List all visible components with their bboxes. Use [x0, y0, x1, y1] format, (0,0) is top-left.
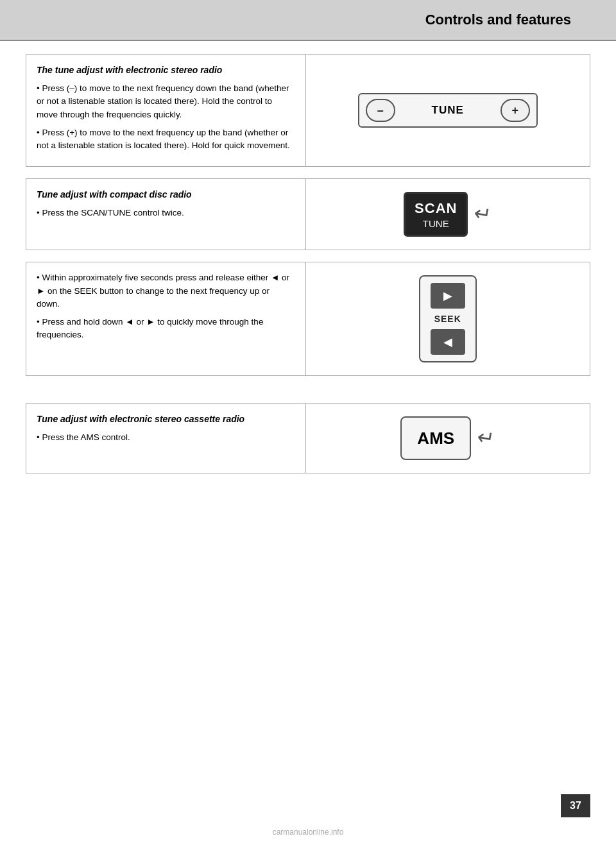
section-tune-cd: Tune adjust with compact disc radio Pres… [26, 178, 590, 250]
section-gap [26, 387, 590, 403]
tune-bullet-1: Press (–) to move to the next frequency … [37, 82, 295, 121]
section-tune-electronic: The tune adjust with electronic stereo r… [26, 54, 590, 167]
section-seek-text: Within approximately five seconds press … [26, 262, 306, 375]
tune-control-illustration: – TUNE + [358, 93, 538, 128]
section-tune-cd-title: Tune adjust with compact disc radio [37, 188, 295, 201]
page-number: 37 [561, 794, 590, 817]
tune-plus-button[interactable]: + [501, 99, 530, 122]
tune-cd-bullet-1: Press the SCAN/TUNE control twice. [37, 207, 295, 219]
tune-sub-label: TUNE [423, 218, 449, 229]
seek-bullet-1: Within approximately five seconds press … [37, 271, 295, 311]
seek-illustration: ▶ SEEK ◀ [419, 275, 477, 362]
ams-button-illustration[interactable]: AMS [400, 416, 471, 460]
seek-back-button[interactable]: ◀ [431, 329, 465, 355]
ams-curved-arrow-icon: ↵ [475, 425, 497, 452]
section-seek-image: ▶ SEEK ◀ [306, 262, 590, 375]
page-header: Controls and features [0, 0, 616, 41]
scan-tune-wrapper: SCAN TUNE ↵ [404, 192, 492, 237]
tune-minus-button[interactable]: – [366, 99, 395, 122]
scan-label: SCAN [415, 200, 457, 217]
section-cassette-title: Tune adjust with electronic stereo casse… [37, 413, 295, 426]
page-content: The tune adjust with electronic stereo r… [0, 41, 616, 498]
section-tune-electronic-image: – TUNE + [306, 55, 590, 166]
page-title: Controls and features [103, 12, 597, 28]
section-cassette-text: Tune adjust with electronic stereo casse… [26, 404, 306, 473]
page-wrapper: Controls and features The tune adjust wi… [0, 0, 616, 843]
tune-bullet-2: Press (+) to move to the next frequency … [37, 126, 295, 153]
section-tune-electronic-title: The tune adjust with electronic stereo r… [37, 64, 295, 77]
section-seek: Within approximately five seconds press … [26, 262, 590, 376]
seek-label: SEEK [434, 314, 461, 324]
section-tune-electronic-text: The tune adjust with electronic stereo r… [26, 55, 306, 166]
section-cassette: Tune adjust with electronic stereo casse… [26, 403, 590, 473]
ams-wrapper: AMS ↵ [400, 416, 495, 460]
section-tune-cd-text: Tune adjust with compact disc radio Pres… [26, 179, 306, 250]
curved-arrow-icon: ↵ [472, 201, 493, 228]
section-tune-cd-image: SCAN TUNE ↵ [306, 179, 590, 250]
seek-forward-button[interactable]: ▶ [431, 283, 465, 309]
watermark: carmanualonline.info [0, 828, 616, 837]
seek-bullet-2: Press and hold down ◄ or ► to quickly mo… [37, 316, 295, 342]
scan-tune-button-illustration: SCAN TUNE [404, 192, 468, 237]
tune-center-label: TUNE [432, 104, 464, 117]
cassette-bullet-1: Press the AMS control. [37, 431, 295, 444]
section-cassette-image: AMS ↵ [306, 404, 590, 473]
